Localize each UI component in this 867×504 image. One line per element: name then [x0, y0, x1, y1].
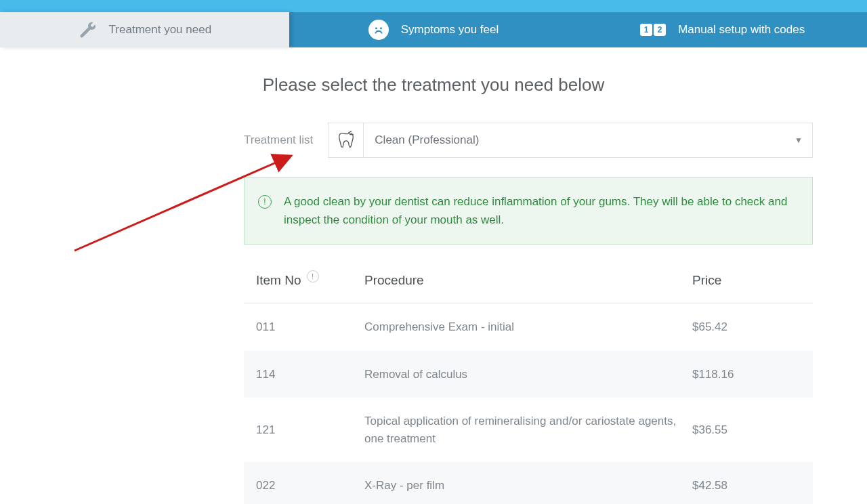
sad-face-icon [368, 20, 389, 40]
codes-icon: 12 [640, 24, 666, 36]
table-row: 121 Topical application of remineralisin… [244, 398, 813, 462]
cell-procedure: Comprehensive Exam - initial [364, 318, 692, 336]
info-icon[interactable]: ! [307, 270, 319, 282]
tab-bar: Treatment you need Symptoms you feel 12 … [0, 12, 867, 47]
table-row: 011 Comprehensive Exam - initial $65.42 [244, 303, 813, 351]
wrench-icon [78, 20, 97, 39]
cell-procedure: Removal of calculus [364, 366, 692, 383]
cell-item: 114 [256, 366, 364, 383]
treatment-list-label: Treatment list [244, 133, 313, 147]
cell-item: 022 [256, 477, 364, 495]
cell-price: $65.42 [692, 318, 801, 336]
cell-price: $42.58 [692, 477, 801, 495]
tab-symptoms[interactable]: Symptoms you feel [289, 12, 578, 47]
main-content: Please select the treatment you need bel… [54, 75, 813, 504]
info-note-text: A good clean by your dentist can reduce … [284, 192, 795, 229]
cell-price: $36.55 [692, 421, 801, 439]
tab-label: Symptoms you feel [401, 23, 499, 37]
page-heading: Please select the treatment you need bel… [54, 75, 813, 96]
info-note: ! A good clean by your dentist can reduc… [244, 177, 813, 245]
tab-treatment[interactable]: Treatment you need [0, 12, 289, 47]
treatment-dropdown[interactable]: Clean (Professional) ▼ [328, 123, 813, 158]
info-icon: ! [258, 195, 272, 209]
treatment-selector-row: Treatment list Clean (Professional) ▼ [244, 123, 813, 158]
cell-item: 121 [256, 421, 364, 439]
svg-point-1 [375, 27, 377, 29]
tab-manual[interactable]: 12 Manual setup with codes [578, 12, 867, 47]
top-strip [0, 0, 867, 12]
header-item-no: Item No ! [256, 273, 364, 288]
header-item-no-label: Item No [256, 273, 301, 288]
cell-procedure: X-Ray - per film [364, 477, 692, 495]
table-row: 022 X-Ray - per film $42.58 [244, 462, 813, 504]
chevron-down-icon: ▼ [785, 135, 812, 145]
cell-price: $118.16 [692, 366, 801, 383]
table-row: 114 Removal of calculus $118.16 [244, 351, 813, 398]
tooth-icon [329, 123, 364, 158]
table-header: Item No ! Procedure Price [244, 258, 813, 303]
cell-procedure: Topical application of remineralising an… [364, 413, 692, 447]
cell-item: 011 [256, 318, 364, 336]
header-procedure: Procedure [364, 273, 692, 288]
svg-point-2 [380, 27, 382, 29]
tab-label: Manual setup with codes [678, 23, 805, 37]
tab-label: Treatment you need [109, 23, 212, 37]
header-price: Price [692, 273, 801, 288]
treatment-table: Item No ! Procedure Price 011 Comprehens… [244, 258, 813, 504]
dropdown-selected: Clean (Professional) [364, 133, 785, 147]
svg-point-0 [371, 22, 386, 37]
